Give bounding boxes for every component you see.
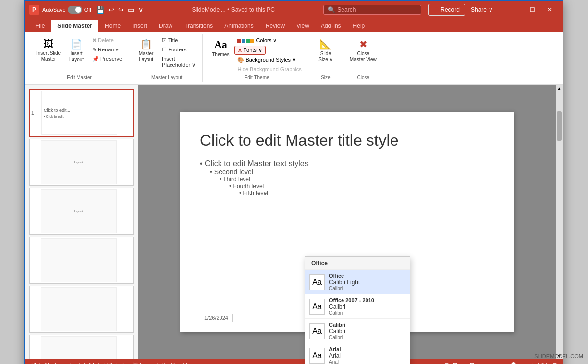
share-chevron: ∨: [489, 6, 493, 13]
insert-layout-icon: 📄: [71, 38, 83, 50]
scroll-thumb[interactable]: [557, 111, 562, 141]
maximize-button[interactable]: ☐: [523, 3, 541, 17]
slide-preview-1: Click to edit... • Click to edit...: [41, 91, 117, 135]
record-button[interactable]: Record: [428, 4, 465, 16]
ribbon: 🖼 Insert SlideMaster 📄 InsertLayout ✖ De…: [25, 32, 563, 85]
bullet-1: Click to edit Master text styles: [200, 159, 494, 168]
autosave-area: AutoSave Off: [42, 6, 91, 14]
insert-placeholder-button[interactable]: InsertPlaceholder ∨: [159, 55, 198, 69]
master-layout-button[interactable]: 📋 MasterLayout: [135, 36, 157, 65]
language-label: English (United States): [69, 362, 124, 364]
insert-slide-master-icon: 🖼: [44, 38, 53, 49]
win-control-buttons[interactable]: — ☐ ✕: [506, 3, 559, 17]
tab-home[interactable]: Home: [99, 20, 126, 32]
slide-size-button[interactable]: 📐 SlideSize ∨: [315, 36, 337, 65]
master-layout-icon: 📋: [140, 38, 152, 50]
slide-preview-2: Layout: [41, 140, 117, 184]
view-normal-icon[interactable]: ⊞: [444, 362, 449, 364]
font-item-office2007[interactable]: Aa Office 2007 - 2010 Calibri Calibri: [305, 294, 410, 319]
tab-file[interactable]: File: [29, 20, 50, 32]
app-logo: P: [29, 5, 39, 15]
master-layout-small-buttons: ☑ Title ☐ Footers InsertPlaceholder ∨: [159, 36, 198, 69]
colors-button[interactable]: Colors ∨: [234, 36, 280, 45]
view-reading-icon[interactable]: ▭: [461, 362, 466, 364]
tab-transitions[interactable]: Transitions: [178, 20, 219, 32]
slide-thumb-3[interactable]: Layout: [29, 188, 134, 235]
slide-num-1: 1: [31, 110, 39, 116]
theme-area: Colors ∨ A Fonts ∨ 🎨 Background Styles ∨: [234, 36, 304, 73]
bg-styles-button[interactable]: 🎨 Background Styles ∨: [234, 56, 299, 64]
fit-page-icon[interactable]: ⊞: [552, 362, 557, 364]
delete-button[interactable]: ✖ Delete: [89, 36, 125, 45]
tab-addins[interactable]: Add-ins: [315, 20, 347, 32]
more-icon[interactable]: ∨: [138, 6, 143, 14]
slide-size-label: SlideSize ∨: [318, 51, 333, 63]
zoom-thumb[interactable]: [511, 362, 516, 364]
zoom-level: 56%: [538, 362, 548, 364]
title-checkbox[interactable]: ☑ Title: [159, 36, 198, 45]
font-item-arial[interactable]: Aa Arial Arial Arial: [305, 343, 410, 364]
insert-layout-button[interactable]: 📄 InsertLayout: [66, 36, 87, 65]
tab-review[interactable]: Review: [260, 20, 291, 32]
tab-help[interactable]: Help: [347, 20, 371, 32]
save-icon[interactable]: 💾: [96, 6, 104, 14]
bg-styles-icon: 🎨: [237, 57, 244, 63]
tab-insert[interactable]: Insert: [126, 20, 153, 32]
slide-thumb-4[interactable]: [29, 237, 134, 284]
hide-bg-row: Hide Background Graphics: [234, 65, 304, 73]
tab-view[interactable]: View: [291, 20, 315, 32]
zoom-minus[interactable]: —: [478, 362, 484, 364]
edit-theme-content: Aa Themes Colors ∨: [209, 36, 305, 73]
minimize-button[interactable]: —: [506, 3, 523, 17]
close-button[interactable]: ✕: [541, 3, 559, 17]
slide-thumb-5[interactable]: [29, 286, 134, 333]
color-sq-3: [246, 39, 250, 43]
record-dot: [434, 7, 439, 12]
close-master-view-button[interactable]: ✖ CloseMaster View: [347, 36, 380, 65]
rename-button[interactable]: ✎ Rename: [89, 46, 125, 54]
font-item-calibri[interactable]: Aa Calibri Calibri Calibri: [305, 319, 410, 343]
share-button[interactable]: Share ∨: [465, 4, 499, 16]
font-info-office: Office Calibri Light Calibri: [329, 273, 360, 291]
font-item-office[interactable]: Aa Office Calibri Light Calibri: [305, 270, 410, 294]
insert-slide-master-button[interactable]: 🖼 Insert SlideMaster: [33, 36, 64, 64]
font-heading-arial: Arial: [329, 346, 341, 352]
tab-slide-master[interactable]: Slide Master: [50, 19, 99, 32]
tab-animations[interactable]: Animations: [219, 20, 259, 32]
zoom-plus[interactable]: +: [531, 362, 534, 364]
close-label: Close: [357, 74, 369, 80]
search-box[interactable]: 🔍 Search: [323, 5, 421, 15]
redo-icon[interactable]: ↪: [118, 6, 124, 14]
slide-thumb-2[interactable]: Layout: [29, 139, 134, 186]
view-grid-icon[interactable]: ⊟: [453, 362, 457, 364]
ribbon-group-master-layout: 📋 MasterLayout ☑ Title ☐ Footers InsertP…: [131, 34, 203, 82]
scroll-up[interactable]: ▲: [556, 85, 563, 92]
search-placeholder: Search: [337, 6, 356, 13]
bg-styles-label: Background Styles ∨: [245, 57, 296, 63]
fonts-button[interactable]: A Fonts ∨: [234, 46, 266, 55]
bullet-5: Fifth level: [239, 190, 494, 196]
tab-draw[interactable]: Draw: [153, 20, 178, 32]
hide-bg-button[interactable]: Hide Background Graphics: [234, 65, 304, 73]
undo-icon[interactable]: ↩: [108, 6, 114, 14]
slide-thumb-1[interactable]: 1 Click to edit... • Click to edit...: [29, 89, 134, 137]
themes-button[interactable]: Aa Themes: [209, 36, 232, 60]
footers-button[interactable]: ☐ Footers: [159, 46, 198, 54]
font-body-office: Calibri Light: [329, 279, 360, 286]
fit-icon[interactable]: ⊡: [470, 362, 474, 364]
ribbon-group-edit-master: 🖼 Insert SlideMaster 📄 InsertLayout ✖ De…: [29, 34, 129, 82]
font-sub-arial: Arial: [329, 359, 341, 364]
present-icon[interactable]: ▭: [128, 6, 134, 14]
share-label: Share: [471, 6, 487, 13]
fonts-label: Fonts ∨: [243, 47, 262, 53]
slide-thumb-6[interactable]: [29, 335, 134, 359]
master-layout-content: 📋 MasterLayout ☑ Title ☐ Footers InsertP…: [135, 36, 198, 73]
color-sq-2: [242, 39, 245, 43]
preserve-button[interactable]: 📌 Preserve: [89, 55, 125, 63]
bullet-2: Second level: [210, 168, 494, 176]
toggle-knob: [75, 7, 81, 13]
vertical-scrollbar[interactable]: ▲ ▼: [556, 85, 563, 359]
autosave-toggle[interactable]: [68, 6, 82, 14]
font-body-calibri: Calibri: [329, 328, 345, 335]
color-sq-1: [237, 39, 241, 43]
